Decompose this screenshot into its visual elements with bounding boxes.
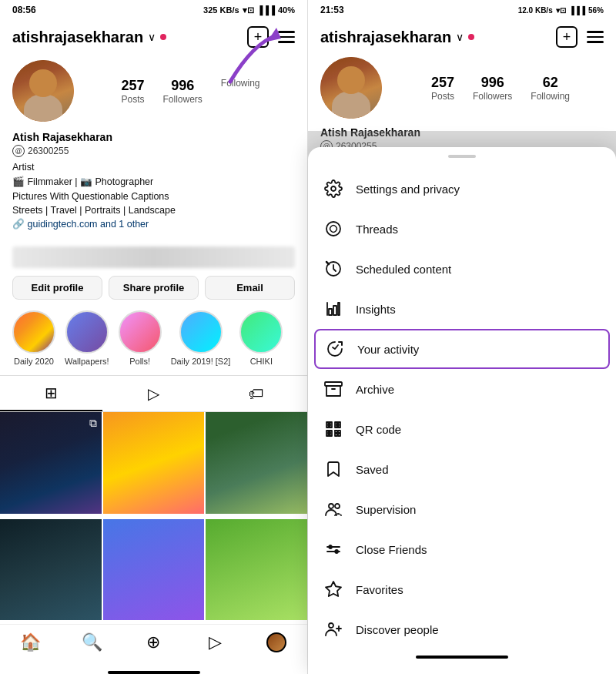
stat-followers-left[interactable]: 996 Followers (162, 78, 202, 105)
activity-icon (325, 339, 345, 359)
edit-profile-button[interactable]: Edit profile (12, 276, 102, 300)
svg-point-27 (335, 550, 338, 553)
menu-item-activity[interactable]: Your activity (314, 329, 610, 369)
threads-id-left: 26300255 (28, 146, 69, 156)
svg-rect-21 (338, 434, 340, 436)
menu-label-closefriends: Close Friends (356, 543, 427, 556)
menu-button-left[interactable] (278, 31, 295, 43)
home-indicator-left (108, 671, 200, 674)
menu-label-qrcode: QR code (356, 423, 401, 436)
add-content-button-right[interactable]: + (556, 26, 578, 48)
menu-label-favorites: Favorites (356, 583, 403, 596)
menu-label-insights: Insights (356, 303, 396, 316)
notification-dot-right (468, 34, 474, 40)
bottom-sheet-menu: Settings and privacy Threads Schedule (308, 147, 616, 674)
profile-top-right: 257 Posts 996 Followers 62 Following (320, 57, 604, 119)
svg-rect-9 (325, 382, 342, 386)
following-count-right: 62 (543, 75, 558, 91)
status-bar-left: 08:56 325 KB/s ▾⊡ ▐▐▐ 40% (0, 0, 307, 20)
grid-icon: ⊞ (45, 384, 58, 402)
time-right: 21:53 (320, 5, 344, 15)
grid-cell-3[interactable] (206, 412, 307, 514)
grid-cell-1[interactable]: ⧉ (0, 412, 102, 514)
add-content-button[interactable]: + (247, 26, 269, 48)
svg-point-22 (329, 504, 333, 508)
bio-link-left[interactable]: 🔗 guidingtech.com and 1 other (12, 218, 295, 230)
svg-rect-19 (338, 431, 340, 433)
nav-search[interactable]: 🔍 (62, 632, 123, 652)
status-bar-right: 21:53 12.0 KB/s ▾⊡ ▐▐▐ 56% (308, 0, 616, 20)
grid-cell-5[interactable] (103, 519, 205, 621)
stat-posts-right[interactable]: 257 Posts (431, 75, 454, 102)
svg-rect-6 (329, 309, 332, 315)
following-label-right: Following (531, 91, 570, 102)
grid-cell-6[interactable] (206, 519, 307, 621)
stats-left: 257 Posts 996 Followers Following (86, 78, 295, 105)
threads-icon-left: @ (12, 145, 25, 157)
highlight-label-2: Wallpapers! (65, 357, 109, 366)
left-panel: 08:56 325 KB/s ▾⊡ ▐▐▐ 40% atishrajasekha… (0, 0, 308, 674)
right-panel: 21:53 12.0 KB/s ▾⊡ ▐▐▐ 56% atishrajasekh… (308, 0, 616, 674)
menu-item-supervision[interactable]: Supervision (308, 489, 616, 529)
nav-reels[interactable]: ▷ (184, 632, 246, 652)
menu-item-threads[interactable]: Threads (308, 209, 616, 249)
highlight-daily2020[interactable]: Daily 2020 (12, 310, 55, 366)
menu-label-settings: Settings and privacy (356, 183, 460, 196)
star-icon (323, 579, 343, 599)
highlight-label-1: Daily 2020 (14, 357, 54, 366)
stat-following-left[interactable]: Following (221, 78, 260, 105)
stat-following-right[interactable]: 62 Following (531, 75, 570, 102)
following-label-left: Following (221, 78, 260, 89)
chevron-down-icon[interactable]: ∨ (148, 31, 156, 43)
wifi-icon: ▾⊡ (243, 5, 254, 15)
menu-item-discover[interactable]: Discover people (308, 609, 616, 649)
username-right: atishrajasekharan (320, 29, 451, 46)
highlight-label-4: Daily 2019! [S2] (171, 357, 231, 366)
menu-button-right[interactable] (587, 31, 604, 43)
chevron-right[interactable]: ∨ (456, 31, 464, 43)
menu-item-favorites[interactable]: Favorites (308, 569, 616, 609)
stat-posts-left[interactable]: 257 Posts (121, 78, 144, 105)
posts-count-left: 257 (121, 78, 144, 94)
supervision-icon (323, 499, 343, 519)
menu-item-scheduled[interactable]: Scheduled content (308, 249, 616, 289)
menu-item-archive[interactable]: Archive (308, 369, 616, 409)
followers-count-left: 996 (171, 78, 194, 94)
grid-cell-2[interactable] (103, 412, 205, 514)
sheet-handle (448, 155, 476, 158)
nav-home[interactable]: 🏠 (0, 632, 62, 652)
nav-add[interactable]: ⊕ (123, 632, 185, 652)
svg-rect-20 (335, 434, 337, 436)
menu-item-settings[interactable]: Settings and privacy (308, 169, 616, 209)
chart-icon (323, 299, 343, 319)
menu-item-qrcode[interactable]: QR code (308, 409, 616, 449)
highlight-wallpapers[interactable]: Wallpapers! (65, 310, 109, 366)
signal-icon-right: ▐▐▐ (569, 6, 585, 15)
stat-followers-right[interactable]: 996 Followers (473, 75, 512, 102)
highlight-label-5: CHIKI (250, 357, 273, 366)
menu-item-insights[interactable]: Insights (308, 289, 616, 329)
header-icons-left: + (247, 26, 295, 48)
highlight-chiki[interactable]: CHIKI (239, 310, 283, 366)
home-indicator-right (416, 656, 508, 659)
qr-icon (323, 419, 343, 439)
menu-item-closefriends[interactable]: Close Friends (308, 529, 616, 569)
avatar-left (12, 60, 74, 122)
grid-cell-4[interactable] (0, 519, 102, 621)
email-button[interactable]: Email (205, 276, 295, 300)
menu-label-scheduled: Scheduled content (356, 263, 451, 276)
blurred-bar-left (12, 246, 295, 268)
archive-icon (323, 379, 343, 399)
share-profile-button[interactable]: Share profile (109, 276, 199, 300)
tab-tagged[interactable]: 🏷 (205, 376, 307, 411)
highlight-polls[interactable]: Polls! (119, 310, 162, 366)
menu-item-saved[interactable]: Saved (308, 449, 616, 489)
highlight-daily2019[interactable]: Daily 2019! [S2] (171, 310, 231, 366)
tab-grid[interactable]: ⊞ (0, 376, 102, 411)
profile-section-left: 257 Posts 996 Followers Following Atish … (0, 54, 307, 239)
posts-label-right: Posts (431, 91, 454, 102)
bio-captions-left: Pictures With Questionable Captions (12, 189, 295, 204)
tab-reels[interactable]: ▷ (102, 376, 205, 411)
bio-filmmaker-left: 🎬 Filmmaker | 📷 Photographer (12, 175, 295, 189)
nav-profile[interactable] (246, 632, 307, 652)
